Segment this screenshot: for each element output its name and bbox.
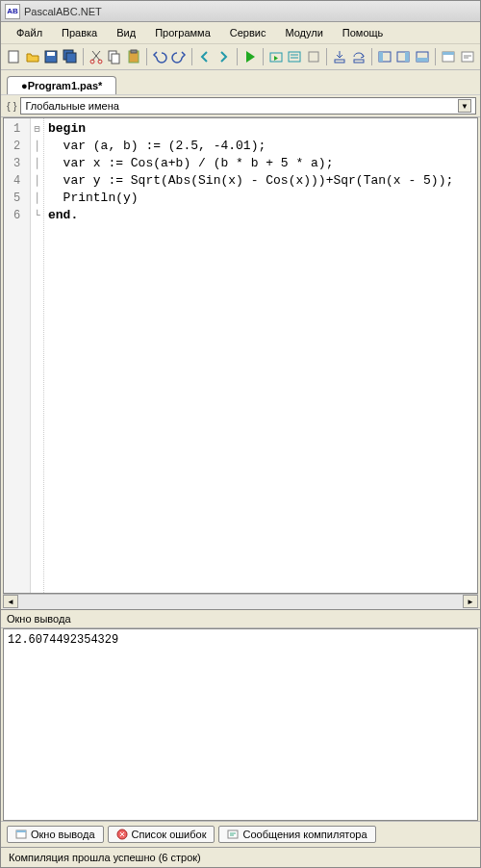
line-number: 5: [4, 190, 30, 207]
nav-back-icon[interactable]: [196, 46, 214, 67]
output-area[interactable]: 12.6074492354329: [3, 628, 478, 821]
tab-output-label: Окно вывода: [31, 829, 95, 840]
svg-rect-13: [309, 52, 318, 62]
menu-program[interactable]: Программа: [145, 24, 220, 41]
scope-bar: { } Глобальные имена ▼: [1, 94, 480, 117]
fold-line: │: [31, 155, 43, 172]
separator: [83, 48, 84, 65]
redo-icon[interactable]: [169, 46, 187, 67]
svg-rect-19: [405, 52, 409, 62]
run-icon[interactable]: [240, 46, 258, 67]
svg-rect-12: [289, 52, 300, 62]
separator: [435, 48, 436, 65]
svg-rect-15: [354, 60, 364, 63]
line-number: 1: [4, 120, 30, 138]
status-bar: Компиляция прошла успешно (6 строк): [1, 847, 480, 867]
svg-rect-24: [462, 52, 473, 62]
toolbar: [1, 44, 480, 70]
step-over-icon[interactable]: [349, 46, 367, 67]
scroll-right-icon[interactable]: ►: [463, 595, 478, 608]
tab-strip: ●Program1.pas*: [1, 70, 480, 94]
code-area[interactable]: begin var (a, b) := (2.5, -4.01); var x …: [44, 118, 477, 593]
output-text: 12.6074492354329: [8, 633, 473, 647]
svg-rect-0: [9, 51, 18, 63]
scope-dropdown-label: Глобальные имена: [25, 100, 119, 112]
svg-rect-14: [335, 60, 344, 63]
separator: [371, 48, 372, 65]
step-into-icon[interactable]: [331, 46, 348, 67]
svg-rect-2: [47, 52, 55, 56]
fold-line: └: [31, 207, 43, 224]
separator: [326, 48, 327, 65]
panel-left-icon[interactable]: [376, 46, 393, 67]
file-tab[interactable]: ●Program1.pas*: [7, 76, 116, 94]
menu-help[interactable]: Помощь: [333, 24, 393, 41]
app-title: PascalABC.NET: [24, 6, 102, 17]
cut-icon[interactable]: [88, 46, 105, 67]
line-gutter: 1 2 3 4 5 6: [4, 118, 31, 593]
svg-rect-26: [16, 830, 26, 832]
new-file-icon[interactable]: [5, 46, 22, 67]
open-file-icon[interactable]: [23, 46, 40, 67]
line-number: 2: [4, 138, 30, 155]
code-line: var (a, b) := (2.5, -4.01);: [48, 139, 266, 153]
separator: [191, 48, 192, 65]
horizontal-scrollbar[interactable]: ◄ ►: [3, 594, 478, 609]
copy-icon[interactable]: [106, 46, 123, 67]
tab-output[interactable]: Окно вывода: [7, 826, 104, 843]
separator: [263, 48, 264, 65]
svg-rect-21: [417, 58, 428, 62]
line-number: 4: [4, 172, 30, 190]
svg-rect-28: [228, 830, 238, 838]
compiler-tab-icon: [227, 829, 239, 840]
code-line: Println(y): [48, 191, 139, 205]
window-view-icon[interactable]: [440, 46, 457, 67]
output-tab-icon: [15, 829, 27, 840]
panel-bottom-icon[interactable]: [414, 46, 431, 67]
svg-rect-10: [131, 50, 137, 53]
fold-toggle[interactable]: ⊟: [31, 120, 43, 138]
svg-rect-8: [112, 54, 119, 64]
menu-edit[interactable]: Правка: [52, 24, 107, 41]
svg-rect-23: [443, 52, 454, 55]
menubar: Файл Правка Вид Программа Сервис Модули …: [1, 22, 480, 44]
panel-right-icon[interactable]: [394, 46, 412, 67]
tab-compiler[interactable]: Сообщения компилятора: [218, 826, 375, 843]
status-text: Компиляция прошла успешно (6 строк): [9, 852, 201, 863]
code-line: var y := Sqrt(Abs(Sin(x) - Cos(x)))+Sqr(…: [48, 173, 453, 188]
svg-rect-17: [379, 52, 383, 62]
compile-icon[interactable]: [286, 46, 303, 67]
code-view-icon[interactable]: [458, 46, 475, 67]
line-number: 3: [4, 155, 30, 172]
fold-line: │: [31, 138, 43, 155]
nav-fwd-icon[interactable]: [215, 46, 232, 67]
save-all-icon[interactable]: [61, 46, 78, 67]
tab-compiler-label: Сообщения компилятора: [242, 829, 367, 840]
code-line: var x := Cos(a+b) / (b * b + 5 * a);: [48, 156, 333, 170]
errors-tab-icon: [116, 829, 128, 840]
paste-icon[interactable]: [125, 46, 142, 67]
line-number: 6: [4, 207, 30, 224]
menu-service[interactable]: Сервис: [220, 24, 276, 41]
stop-icon[interactable]: [305, 46, 322, 67]
output-header: Окно вывода: [1, 609, 480, 628]
code-line: begin: [48, 121, 86, 136]
menu-view[interactable]: Вид: [107, 24, 145, 41]
chevron-down-icon[interactable]: ▼: [458, 99, 471, 113]
fold-line: │: [31, 172, 43, 190]
menu-modules[interactable]: Модули: [275, 24, 332, 41]
titlebar: AB PascalABC.NET: [1, 1, 480, 22]
editor[interactable]: 1 2 3 4 5 6 ⊟ │ │ │ │ └ begin var (a, b)…: [3, 117, 478, 594]
tab-errors[interactable]: Список ошибок: [108, 826, 215, 843]
scope-dropdown[interactable]: Глобальные имена ▼: [20, 97, 476, 115]
run-debug-icon[interactable]: [267, 46, 285, 67]
save-icon[interactable]: [42, 46, 60, 67]
separator: [146, 48, 147, 65]
undo-icon[interactable]: [151, 46, 168, 67]
scope-icon: { }: [7, 100, 16, 112]
svg-rect-4: [66, 53, 76, 63]
scroll-left-icon[interactable]: ◄: [3, 595, 18, 608]
menu-file[interactable]: Файл: [7, 24, 52, 41]
code-line: end.: [48, 208, 78, 222]
bottom-tabs: Окно вывода Список ошибок Сообщения комп…: [1, 821, 480, 847]
